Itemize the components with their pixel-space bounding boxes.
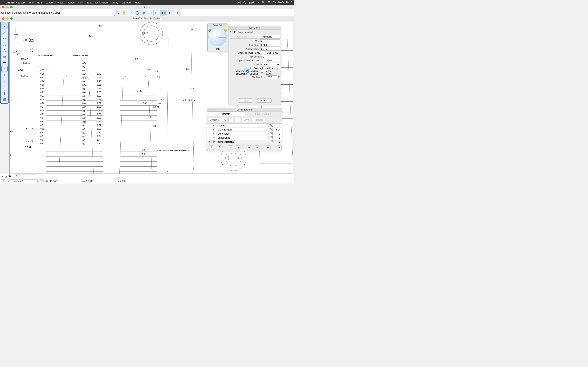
apply-button[interactable]: Apply [238, 99, 253, 103]
input-text[interactable] [260, 39, 280, 43]
duplicate-button[interactable]: ⧉ [255, 145, 259, 150]
menu-file[interactable]: File [29, 1, 34, 4]
menu-text[interactable]: Text [87, 1, 92, 4]
checkbox-scale-values[interactable] [250, 67, 253, 69]
menu-planes[interactable]: Planes [67, 1, 75, 4]
rename-button[interactable]: Rename [252, 118, 265, 122]
tool-fillet[interactable]: ⌊ [1, 90, 8, 96]
input-tol-text-size[interactable] [266, 75, 277, 79]
input-upper-tol[interactable] [255, 59, 266, 62]
view-shaded-box-button[interactable]: ◧ [160, 10, 167, 16]
axes-icon[interactable]: ◢ [5, 175, 7, 178]
view-orbit-button[interactable]: ◯ [134, 10, 140, 16]
input-extension-over[interactable] [254, 51, 265, 54]
tab-objects[interactable]: Objects [207, 111, 245, 116]
nav-prev-button[interactable]: < [1, 179, 5, 183]
tool-ellipse[interactable]: ◯ [1, 48, 8, 53]
clock[interactable]: Thu 10 Oct 19:17 [273, 1, 292, 4]
input-text-offset[interactable] [260, 43, 280, 47]
view-wire-side-button[interactable]: ⬚ [154, 10, 160, 16]
edit-object-titlebar[interactable]: Edit Object [228, 26, 281, 30]
link-icon[interactable]: ⚭ [2, 175, 4, 178]
menu-dimension[interactable]: Dimension [95, 1, 108, 4]
view-sphere-button[interactable]: ● [167, 10, 173, 16]
add-layer-button[interactable]: + [228, 118, 234, 122]
delete-button[interactable]: 🗑 [266, 145, 270, 150]
menu-verify[interactable]: Verify [112, 1, 118, 4]
app-name[interactable]: Lithium v12 x64 [6, 1, 26, 4]
control-center-icon[interactable]: ☰ [268, 1, 270, 4]
tool-line[interactable]: ／ [1, 30, 8, 35]
layer-edit-icon[interactable] [207, 141, 212, 143]
new-group-button[interactable]: ⊞ [247, 145, 252, 150]
input-arrow-leader[interactable] [260, 47, 280, 50]
menu-button[interactable]: ≡ [277, 145, 282, 150]
tab-geometry[interactable]: Geometry [230, 35, 255, 39]
checkbox-tol-leading[interactable] [246, 72, 249, 75]
layer-visibility-icon[interactable] [212, 132, 216, 135]
layer-row[interactable]: Layer12 [207, 124, 282, 128]
tool-cross[interactable]: ✕ [1, 84, 8, 90]
design-explorer-titlebar[interactable]: Design Explorer [207, 108, 282, 111]
user-icon[interactable]: ◯ [243, 1, 246, 4]
tool-text[interactable]: A [1, 66, 8, 72]
tool-pattern[interactable]: ▦ [1, 96, 8, 102]
input-first-offset[interactable] [260, 55, 280, 58]
layer-visibility-icon[interactable] [212, 141, 216, 143]
menu-pen[interactable]: Pen [78, 1, 83, 4]
layer-visibility-icon[interactable] [212, 136, 216, 139]
status-text-input[interactable]: # [15, 175, 37, 178]
checkbox-tol-trailing[interactable] [261, 72, 263, 75]
input-source-icon[interactable]: A [237, 1, 241, 4]
layer-row[interactable]: unassigned1 [207, 136, 282, 140]
move-down-button[interactable]: ⇩ [217, 145, 222, 150]
tool-path[interactable]: ⟋ [1, 78, 8, 84]
select-units[interactable]: inches [260, 63, 280, 66]
layer-style-swatch[interactable] [268, 124, 273, 127]
trackball-ball[interactable] [208, 28, 227, 46]
view-zoom-button[interactable]: 🔍 [114, 10, 121, 16]
tab-attributes[interactable]: Attributes [255, 35, 280, 39]
checkbox-dim-leading[interactable] [246, 69, 249, 72]
input-gap[interactable] [272, 51, 280, 54]
tool-rect[interactable]: ▭ [1, 54, 8, 59]
layer-style-swatch[interactable] [268, 128, 273, 132]
menu-layout[interactable]: Layout [45, 1, 53, 4]
save-button[interactable]: Save [242, 118, 251, 122]
layer-row[interactable]: Construction604 [207, 128, 282, 132]
trackball-titlebar[interactable]: TrackBall [208, 24, 228, 27]
view-wire-iso-button[interactable]: ▱ [140, 10, 147, 16]
remove-layer-button[interactable]: − [235, 118, 240, 122]
menu-view[interactable]: View [57, 1, 63, 4]
tool-circle[interactable]: ◯ [1, 42, 8, 48]
view-pan-button[interactable]: ✋ [121, 10, 127, 16]
wifi-icon[interactable]: ⌔ [258, 1, 259, 4]
checkbox-dim-trailing[interactable] [261, 69, 263, 72]
layer-style-swatch[interactable] [268, 136, 273, 140]
view-fit-button[interactable]: ⤢ [127, 10, 134, 16]
layer-visibility-icon[interactable] [212, 124, 216, 127]
layer-style-swatch[interactable] [268, 132, 273, 136]
expand-button[interactable]: > [236, 145, 241, 150]
input-lower-tol[interactable] [268, 59, 280, 62]
view-wire-front-button[interactable]: ⬚ [147, 10, 154, 16]
view-persp-box-button[interactable]: ◫ [173, 10, 180, 16]
layer-visibility-icon[interactable] [212, 128, 216, 131]
battery-icon[interactable]: ▮▯⚡ [249, 1, 255, 4]
layer-row[interactable]: Dimension0 [207, 132, 282, 136]
layer-row[interactable]: construction20 [207, 140, 282, 144]
trackball-panel[interactable]: TrackBall Top [208, 23, 228, 52]
tool-arc[interactable]: ◠ [1, 36, 8, 42]
nav-next-button[interactable]: > [39, 179, 44, 183]
close-button[interactable]: Close [257, 99, 272, 103]
tab-layer-manager[interactable]: Layer Manager [245, 111, 282, 116]
collapse-button[interactable]: < [228, 145, 233, 150]
spotlight-icon[interactable]: 🔍 [262, 1, 265, 4]
current-layer-box[interactable]: construction2 [7, 179, 38, 183]
menu-window[interactable]: Window [122, 1, 131, 4]
tool-dim[interactable]: ↕ [1, 72, 8, 78]
layer-style-swatch[interactable] [268, 140, 273, 144]
menu-edit[interactable]: Edit [37, 1, 42, 4]
tool-select[interactable]: ↖ [1, 24, 8, 29]
move-up-button[interactable]: ⇧ [209, 145, 214, 150]
